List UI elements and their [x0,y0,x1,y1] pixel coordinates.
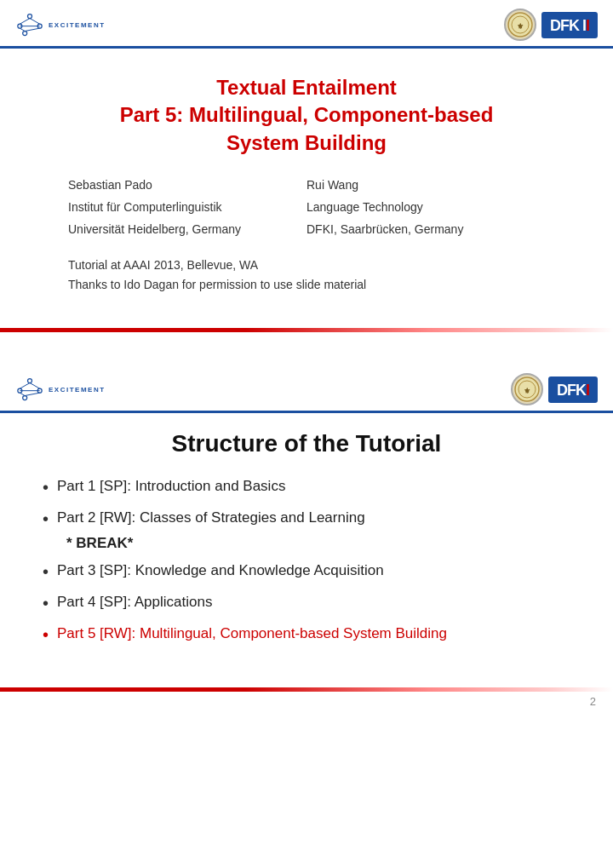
slide-2: EXCITEMENT ⚜ DFKI Structure of the Tutor… [0,365,613,723]
slide1-header: EXCITEMENT ⚜ DFK II [0,0,613,49]
svg-line-4 [20,19,30,25]
dfki-logo-2: DFKI [548,377,598,403]
page-number: 2 [0,692,613,715]
svg-line-17 [30,383,40,389]
list-item: • Part 4 [SP]: Applications [43,592,570,615]
slide2-main-content: Structure of the Tutorial • Part 1 [SP]:… [0,413,613,672]
bullet-icon: • [43,560,49,583]
slide1-title: Textual Entailment Part 5: Multilingual,… [43,74,570,157]
svg-point-12 [28,379,32,383]
slide1-bottom-bar [0,328,613,332]
svg-line-7 [25,28,39,31]
list-item: • Part 2 [RW]: Classes of Strategies and… [43,508,570,531]
excitement-logo-2: EXCITEMENT [15,377,106,402]
slide2-header: EXCITEMENT ⚜ DFKI [0,365,613,413]
svg-point-0 [28,14,32,19]
slide-1: EXCITEMENT ⚜ DFK II Textual Entailment P… [0,0,613,341]
excitement-logo: EXCITEMENT [15,12,106,37]
svg-point-15 [23,396,27,400]
svg-line-19 [25,393,39,395]
slide-gap [0,341,613,365]
list-item: • Part 1 [SP]: Introduction and Basics [43,476,570,499]
excitement-icon-2 [15,377,44,402]
excitement-label: EXCITEMENT [49,21,106,29]
tutorial-structure-list: • Part 1 [SP]: Introduction and Basics •… [34,476,579,531]
right-logos-2: ⚜ DFKI [511,373,598,405]
svg-line-5 [30,19,40,25]
medal-icon: ⚜ [504,9,536,41]
svg-line-6 [20,28,25,31]
break-text: * BREAK* [66,535,579,552]
svg-line-16 [20,383,30,389]
excitement-icon [15,12,44,37]
right-logos: ⚜ DFK II [504,9,598,41]
bullet-icon: • [43,623,49,647]
tutorial-structure-list-2: • Part 3 [SP]: Knowledge and Knowledge A… [34,560,579,647]
excitement-label-2: EXCITEMENT [49,386,106,394]
svg-text:⚜: ⚜ [517,22,524,31]
list-item: • Part 3 [SP]: Knowledge and Knowledge A… [43,560,570,583]
svg-line-18 [20,393,25,395]
slide1-authors: Sebastian Pado Rui Wang Institut für Com… [43,175,570,239]
medal-icon-2: ⚜ [511,373,543,405]
slide2-title: Structure of the Tutorial [34,430,579,457]
bullet-icon: • [43,475,49,499]
dfki-logo: DFK II [541,12,598,38]
bullet-icon: • [43,591,49,615]
svg-text:⚜: ⚜ [524,387,530,395]
list-item-highlighted: • Part 5 [RW]: Multilingual, Component-b… [43,624,570,647]
slide1-notes: Tutorial at AAAI 2013, Bellevue, WA Than… [43,256,570,296]
bullet-icon: • [43,507,49,531]
slide1-main-content: Textual Entailment Part 5: Multilingual,… [0,49,613,313]
svg-point-3 [23,32,27,36]
